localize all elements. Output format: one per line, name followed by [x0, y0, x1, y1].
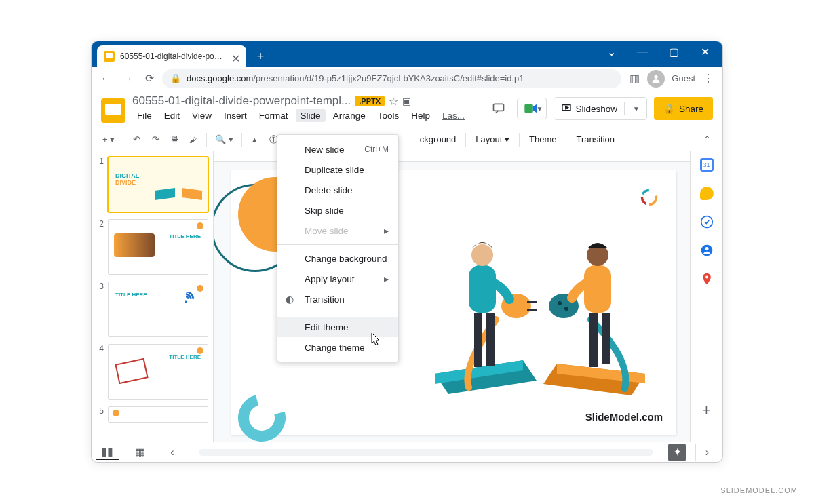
svg-point-0 — [655, 75, 658, 78]
collapse-thumbs-button[interactable]: ‹ — [161, 445, 184, 460]
menu-change-theme[interactable]: Change theme — [277, 337, 398, 357]
reading-list-icon[interactable]: ▥ — [625, 70, 643, 88]
maximize-button[interactable]: ▢ — [659, 41, 689, 62]
maps-icon[interactable] — [700, 272, 714, 286]
menu-view[interactable]: View — [187, 109, 216, 122]
svg-rect-15 — [584, 265, 611, 313]
slides-app: 60555-01-digital-divide-powerpoint-templ… — [92, 90, 722, 462]
background-button[interactable]: ckground — [414, 132, 461, 147]
tasks-icon[interactable] — [700, 215, 714, 229]
print-button[interactable]: 🖶 — [166, 131, 183, 149]
menu-file[interactable]: File — [132, 109, 157, 122]
address-bar: ← → ⟳ 🔒 docs.google.com/presentation/d/1… — [92, 67, 722, 90]
slide-thumb-2[interactable]: TITLE HERE — [108, 219, 208, 275]
menu-skip-slide[interactable]: Skip slide — [277, 200, 398, 220]
svg-point-24 — [705, 247, 708, 250]
url-field[interactable]: 🔒 docs.google.com/presentation/d/19-p5z1… — [162, 69, 621, 88]
menu-help[interactable]: Help — [406, 109, 435, 122]
tabs-chevron-button[interactable]: ⌄ — [596, 41, 626, 62]
slides-logo[interactable] — [101, 98, 125, 123]
filmstrip-view-button[interactable]: ▮▮ — [96, 445, 119, 460]
menu-bar: File Edit View Insert Format Slide Arran… — [132, 109, 480, 122]
add-addon-button[interactable]: + — [700, 404, 714, 417]
menu-slide[interactable]: Slide — [296, 109, 326, 122]
slide-thumb-3[interactable]: TITLE HERE — [108, 282, 208, 337]
explore-button[interactable]: ✦ — [668, 444, 686, 461]
menu-change-background[interactable]: Change background — [277, 248, 398, 269]
meet-button[interactable]: ▼ — [517, 98, 547, 119]
menu-apply-layout[interactable]: Apply layout▸ — [277, 269, 398, 289]
minimize-button[interactable]: — — [627, 41, 657, 62]
transition-button[interactable]: Transition — [570, 132, 620, 147]
decorative-ring — [229, 385, 294, 442]
slideshow-label: Slideshow — [576, 104, 618, 114]
browser-titlebar: 60555-01-digital-divide-powerpc ✕ + ⌄ — … — [92, 41, 722, 67]
svg-rect-11 — [486, 313, 495, 366]
menu-duplicate-slide[interactable]: Duplicate slide — [277, 159, 398, 180]
document-title[interactable]: 60555-01-digital-divide-powerpoint-templ… — [132, 94, 351, 108]
zoom-button[interactable]: 🔍 ▾ — [211, 131, 237, 149]
menu-delete-slide[interactable]: Delete slide — [277, 180, 398, 200]
forward-button[interactable]: → — [119, 70, 136, 88]
slides-favicon — [104, 51, 115, 62]
theme-button[interactable]: Theme — [524, 132, 562, 147]
new-slide-tb-button[interactable]: + ▾ — [98, 131, 119, 149]
layout-button[interactable]: Layout ▾ — [470, 132, 515, 147]
back-button[interactable]: ← — [97, 70, 115, 88]
browser-menu-button[interactable]: ⋮ — [699, 70, 717, 88]
thumb-number: 4 — [94, 344, 104, 400]
redo-button[interactable]: ↷ — [147, 131, 164, 149]
slide-thumb-4[interactable]: TITLE HERE — [108, 344, 208, 400]
svg-point-22 — [701, 216, 712, 228]
hide-sidepanel-button[interactable]: › — [695, 444, 718, 461]
menu-new-slide[interactable]: New slideCtrl+M — [277, 139, 398, 159]
collapse-toolbar-button[interactable]: ⌃ — [698, 131, 716, 149]
page-watermark: SLIDEMODEL.COM — [720, 486, 798, 495]
pptx-badge: .PPTX — [355, 96, 385, 106]
contacts-icon[interactable] — [700, 244, 714, 257]
thumb-number: 5 — [94, 406, 104, 423]
menu-move-slide: Move slide▸ — [277, 220, 398, 241]
slideshow-button[interactable]: Slideshow ▼ — [554, 97, 647, 120]
menu-insert[interactable]: Insert — [219, 109, 252, 122]
slide-thumb-5[interactable] — [108, 406, 208, 423]
profile-avatar[interactable] — [647, 70, 665, 88]
share-button[interactable]: 🔒 Share — [654, 97, 713, 120]
lock-icon: 🔒 — [170, 73, 181, 83]
share-label: Share — [679, 104, 703, 114]
slide-menu-dropdown: New slideCtrl+M Duplicate slide Delete s… — [277, 134, 399, 362]
tab-title: 60555-01-digital-divide-powerpc — [120, 52, 226, 61]
thumbnail-panel: 1 DIGITAL DIVIDE 2 TITLE HERE — [92, 151, 214, 442]
new-tab-button[interactable]: + — [252, 47, 269, 65]
menu-edit-theme[interactable]: Edit theme — [277, 317, 398, 337]
svg-point-20 — [558, 301, 562, 305]
select-tool[interactable]: ▴ — [246, 131, 264, 149]
svg-rect-2 — [524, 104, 532, 113]
close-window-button[interactable]: ✕ — [690, 41, 720, 62]
reload-button[interactable]: ⟳ — [140, 70, 158, 88]
grid-view-button[interactable]: ▦ — [128, 445, 151, 460]
calendar-icon[interactable]: 31 — [700, 158, 714, 172]
menu-last-edit[interactable]: Las... — [438, 109, 469, 122]
menu-separator — [277, 244, 398, 245]
browser-tab[interactable]: 60555-01-digital-divide-powerpc ✕ — [97, 45, 246, 67]
browser-window: 60555-01-digital-divide-powerpc ✕ + ⌄ — … — [91, 41, 723, 463]
menu-arrange[interactable]: Arrange — [328, 109, 370, 122]
menu-edit[interactable]: Edit — [159, 109, 185, 122]
menu-format[interactable]: Format — [254, 109, 293, 122]
undo-button[interactable]: ↶ — [128, 131, 145, 149]
paint-format-button[interactable]: 🖌 — [185, 131, 202, 149]
menu-transition[interactable]: ◐Transition — [277, 289, 398, 309]
transition-icon: ◐ — [286, 294, 294, 305]
svg-rect-14 — [527, 309, 537, 311]
close-tab-icon[interactable]: ✕ — [231, 52, 239, 60]
slide-thumb-1[interactable]: DIGITAL DIVIDE — [108, 157, 208, 212]
slideshow-dropdown-icon[interactable]: ▼ — [629, 105, 644, 113]
move-icon[interactable]: ▣ — [402, 96, 411, 106]
menu-tools[interactable]: Tools — [373, 109, 404, 122]
horizontal-scrollbar[interactable] — [199, 449, 653, 456]
comments-button[interactable] — [487, 97, 510, 120]
keep-icon[interactable] — [700, 187, 714, 200]
svg-rect-13 — [527, 301, 537, 303]
star-icon[interactable]: ☆ — [389, 95, 398, 108]
